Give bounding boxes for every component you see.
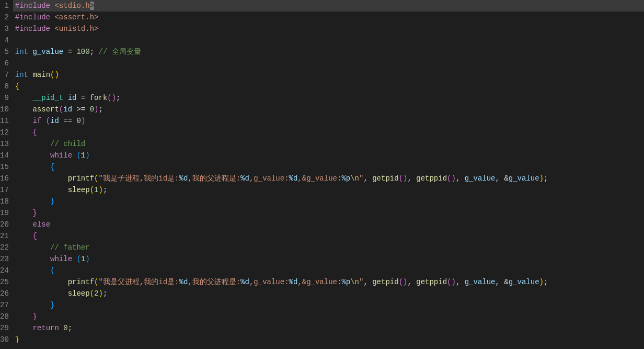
- paren-token: ): [85, 255, 89, 263]
- format-token: %p: [341, 174, 350, 183]
- code-line[interactable]: __pid_t id = fork();: [13, 92, 644, 104]
- code-line[interactable]: while (1): [13, 253, 644, 265]
- format-token: %d: [289, 278, 298, 286]
- brace-token: }: [15, 335, 19, 344]
- include-path-token: stdio.h: [59, 2, 90, 10]
- indent: [15, 266, 50, 275]
- paren-token: (): [447, 174, 456, 183]
- paren-token: (): [399, 278, 408, 286]
- identifier-token: id: [50, 117, 59, 125]
- number-token: 1: [81, 255, 85, 263]
- code-line[interactable]: // father: [13, 242, 644, 253]
- code-line[interactable]: sleep(1);: [13, 184, 644, 196]
- operator-token: ==: [59, 117, 77, 125]
- operator-token: =: [76, 94, 89, 102]
- space: [59, 324, 63, 332]
- format-token: %d: [240, 278, 249, 286]
- brace-token: {: [32, 232, 37, 240]
- brace-token: }: [50, 197, 54, 206]
- function-token: getppid: [416, 278, 447, 286]
- line-num: 11: [0, 115, 9, 127]
- comment-token: // child: [50, 140, 85, 148]
- include-path-token: <: [54, 25, 59, 33]
- identifier-token: g_value: [509, 174, 539, 183]
- line-num: 30: [0, 334, 9, 345]
- code-line[interactable]: #include <unistd.h>: [13, 23, 644, 35]
- indent: [15, 324, 33, 332]
- semicolon-token: ;: [116, 94, 120, 102]
- code-line[interactable]: return 0;: [13, 322, 644, 334]
- brace-token: }: [32, 312, 37, 321]
- paren-token: (: [76, 151, 80, 160]
- comma-token: ,: [363, 278, 372, 286]
- code-line[interactable]: int main(): [13, 69, 644, 81]
- function-token: getpid: [372, 278, 398, 286]
- cursor: >: [90, 2, 94, 10]
- operator-token: =: [63, 48, 76, 56]
- code-line[interactable]: #include <assert.h>: [13, 12, 644, 23]
- paren-token: (: [90, 186, 94, 194]
- line-num: 6: [0, 58, 9, 69]
- indent: [15, 255, 50, 263]
- number-token: 0: [76, 117, 80, 125]
- code-line[interactable]: while (1): [13, 150, 644, 161]
- comma-token: ,: [407, 278, 416, 286]
- semicolon-token: ;: [98, 105, 102, 114]
- function-token: printf: [68, 278, 94, 286]
- code-line[interactable]: else: [13, 219, 644, 230]
- indent: [15, 312, 33, 321]
- brace-token: }: [32, 209, 37, 217]
- code-line[interactable]: [13, 58, 644, 69]
- preprocessor-token: #include: [15, 25, 50, 33]
- comma-token: , &: [496, 278, 509, 286]
- keyword-token: else: [32, 220, 50, 229]
- code-line[interactable]: }: [13, 299, 644, 311]
- code-line[interactable]: }: [13, 207, 644, 219]
- keyword-token: while: [50, 255, 72, 263]
- code-line[interactable]: printf("我是子进程,我的id是:%d,我的父进程是:%d,g_value…: [13, 173, 644, 184]
- code-line[interactable]: }: [13, 311, 644, 322]
- line-number-gutter: 1 2 3 4 5 6 7 8 9 10 11 12 13 14 15 16 1…: [0, 0, 13, 349]
- include-path-token: >: [94, 25, 98, 33]
- semicolon-token: ;: [68, 324, 72, 332]
- indent: [15, 163, 50, 171]
- code-line[interactable]: {: [13, 127, 644, 138]
- code-editor[interactable]: 1 2 3 4 5 6 7 8 9 10 11 12 13 14 15 16 1…: [0, 0, 644, 349]
- semicolon-token: ;: [90, 48, 94, 56]
- function-token: sleep: [68, 186, 90, 194]
- line-num: 17: [0, 184, 9, 196]
- code-line[interactable]: {: [13, 161, 644, 173]
- paren-token: ): [81, 117, 85, 125]
- comment-token: // 全局变量: [99, 48, 141, 56]
- indent: [15, 117, 33, 125]
- code-line[interactable]: {: [13, 81, 644, 92]
- code-line[interactable]: #include <stdio.h>: [13, 0, 644, 12]
- code-line[interactable]: }: [13, 334, 644, 345]
- code-line[interactable]: // child: [13, 138, 644, 150]
- brace-token: }: [50, 301, 54, 309]
- format-token: %d: [179, 278, 188, 286]
- code-line[interactable]: assert(id >= 0);: [13, 104, 644, 115]
- code-line[interactable]: {: [13, 265, 644, 276]
- line-num: 19: [0, 207, 9, 219]
- indent: [15, 220, 33, 229]
- format-token: %p: [341, 278, 350, 286]
- string-token: ,g_value:: [249, 278, 289, 286]
- code-line[interactable]: {: [13, 230, 644, 242]
- string-token: 我是子进程,我的id是:: [103, 174, 179, 183]
- code-line[interactable]: }: [13, 196, 644, 207]
- code-line[interactable]: [13, 35, 644, 46]
- paren-token: ): [85, 151, 89, 160]
- include-path-token: assert.h: [59, 13, 94, 21]
- code-line[interactable]: int g_value = 100; // 全局变量: [13, 46, 644, 58]
- line-num: 5: [0, 46, 9, 58]
- keyword-token: int: [15, 48, 28, 56]
- function-token: assert: [32, 105, 59, 114]
- code-line[interactable]: if (id == 0): [13, 115, 644, 127]
- line-num: 27: [0, 299, 9, 311]
- code-content[interactable]: #include <stdio.h> #include <assert.h> #…: [13, 0, 644, 349]
- paren-token: (: [90, 289, 94, 298]
- line-num: 14: [0, 150, 9, 161]
- code-line[interactable]: printf("我是父进程,我的id是:%d,我的父进程是:%d,g_value…: [13, 276, 644, 288]
- code-line[interactable]: sleep(2);: [13, 288, 644, 299]
